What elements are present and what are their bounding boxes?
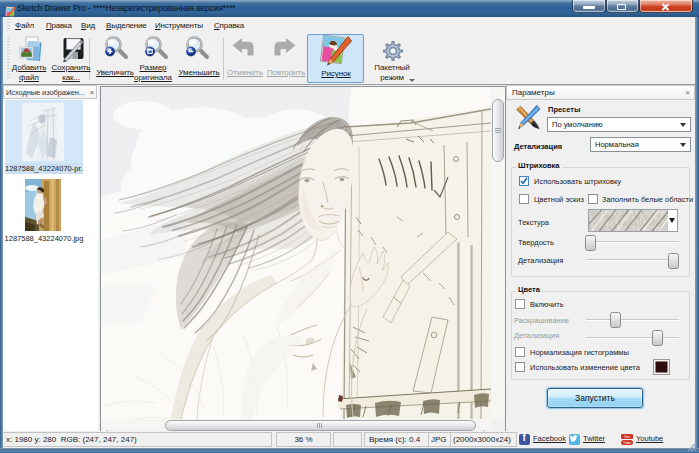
svg-text:You: You (624, 435, 630, 439)
svg-text:Tube: Tube (623, 441, 631, 445)
